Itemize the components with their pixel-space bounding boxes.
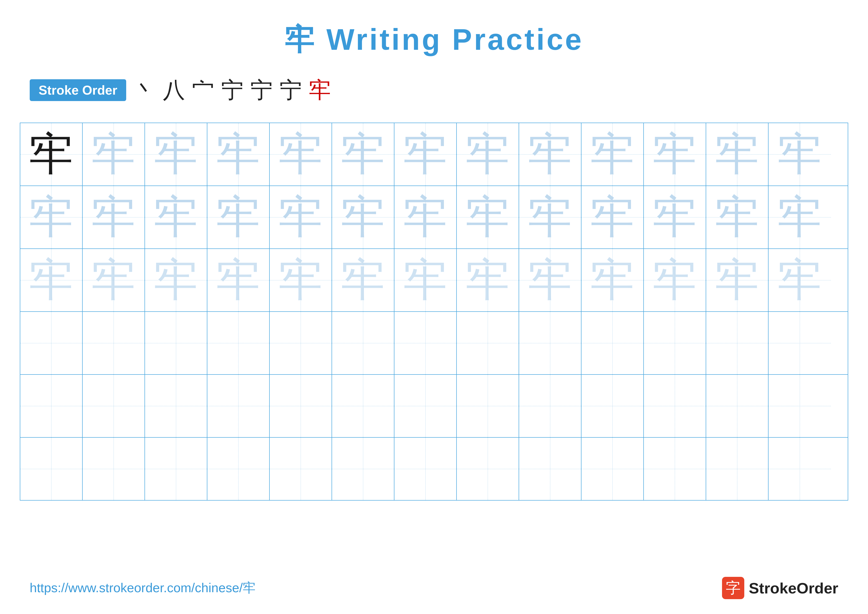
cell-5-8[interactable] (457, 375, 519, 437)
cell-5-10[interactable] (581, 375, 644, 437)
cell-5-7[interactable] (394, 375, 457, 437)
cell-5-5[interactable] (270, 375, 332, 437)
cell-1-12[interactable]: 牢 (706, 123, 769, 185)
cell-3-5[interactable]: 牢 (270, 249, 332, 311)
cell-3-11[interactable]: 牢 (644, 249, 706, 311)
cell-1-1[interactable]: 牢 (20, 123, 83, 185)
grid-row-2: 牢 牢 牢 牢 牢 牢 牢 牢 牢 牢 牢 牢 牢 (20, 186, 848, 249)
practice-grid: 牢 牢 牢 牢 牢 牢 牢 牢 牢 牢 牢 牢 牢 牢 牢 牢 牢 牢 牢 牢 … (20, 123, 848, 501)
cell-4-10[interactable] (581, 312, 644, 374)
cell-2-2[interactable]: 牢 (83, 186, 145, 249)
cell-4-5[interactable] (270, 312, 332, 374)
cell-6-1[interactable] (20, 438, 83, 500)
cell-1-10[interactable]: 牢 (581, 123, 644, 185)
cell-2-8[interactable]: 牢 (457, 186, 519, 249)
cell-1-9[interactable]: 牢 (519, 123, 581, 185)
title-character: 牢 (285, 23, 316, 56)
cell-1-6[interactable]: 牢 (332, 123, 394, 185)
logo-text: StrokeOrder (749, 579, 838, 597)
cell-3-3[interactable]: 牢 (145, 249, 207, 311)
cell-2-13[interactable]: 牢 (769, 186, 831, 249)
cell-2-7[interactable]: 牢 (394, 186, 457, 249)
cell-1-8[interactable]: 牢 (457, 123, 519, 185)
cell-5-12[interactable] (706, 375, 769, 437)
cell-3-8[interactable]: 牢 (457, 249, 519, 311)
stroke-order-section: Stroke Order 丶 八 宀 宁 宁 宁 牢 (0, 60, 868, 115)
cell-6-5[interactable] (270, 438, 332, 500)
cell-5-4[interactable] (207, 375, 270, 437)
cell-4-12[interactable] (706, 312, 769, 374)
cell-3-1[interactable]: 牢 (20, 249, 83, 311)
cell-4-2[interactable] (83, 312, 145, 374)
stroke-4: 宁 (221, 75, 243, 105)
cell-3-7[interactable]: 牢 (394, 249, 457, 311)
cell-4-7[interactable] (394, 312, 457, 374)
cell-2-11[interactable]: 牢 (644, 186, 706, 249)
cell-3-13[interactable]: 牢 (769, 249, 831, 311)
cell-2-4[interactable]: 牢 (207, 186, 270, 249)
cell-6-3[interactable] (145, 438, 207, 500)
stroke-5: 宁 (250, 75, 273, 105)
cell-6-6[interactable] (332, 438, 394, 500)
cell-3-12[interactable]: 牢 (706, 249, 769, 311)
stroke-sequence: 丶 八 宀 宁 宁 宁 牢 (133, 75, 331, 105)
cell-2-1[interactable]: 牢 (20, 186, 83, 249)
cell-2-10[interactable]: 牢 (581, 186, 644, 249)
cell-5-6[interactable] (332, 375, 394, 437)
cell-3-4[interactable]: 牢 (207, 249, 270, 311)
cell-2-6[interactable]: 牢 (332, 186, 394, 249)
cell-6-7[interactable] (394, 438, 457, 500)
cell-5-11[interactable] (644, 375, 706, 437)
cell-6-13[interactable] (769, 438, 831, 500)
cell-1-11[interactable]: 牢 (644, 123, 706, 185)
cell-4-11[interactable] (644, 312, 706, 374)
cell-3-6[interactable]: 牢 (332, 249, 394, 311)
cell-5-3[interactable] (145, 375, 207, 437)
cell-1-5[interactable]: 牢 (270, 123, 332, 185)
cell-1-7[interactable]: 牢 (394, 123, 457, 185)
cell-5-13[interactable] (769, 375, 831, 437)
cell-1-2[interactable]: 牢 (83, 123, 145, 185)
cell-2-9[interactable]: 牢 (519, 186, 581, 249)
title-label: Writing Practice (326, 23, 583, 56)
grid-row-5 (20, 375, 848, 438)
footer: https://www.strokeorder.com/chinese/牢 字 … (30, 577, 838, 599)
cell-4-8[interactable] (457, 312, 519, 374)
grid-row-1: 牢 牢 牢 牢 牢 牢 牢 牢 牢 牢 牢 牢 牢 (20, 123, 848, 186)
cell-3-2[interactable]: 牢 (83, 249, 145, 311)
cell-3-10[interactable]: 牢 (581, 249, 644, 311)
cell-4-6[interactable] (332, 312, 394, 374)
page-title: 牢 Writing Practice (0, 0, 868, 60)
stroke-1: 丶 (133, 75, 156, 105)
cell-1-3[interactable]: 牢 (145, 123, 207, 185)
cell-5-2[interactable] (83, 375, 145, 437)
cell-3-9[interactable]: 牢 (519, 249, 581, 311)
cell-2-3[interactable]: 牢 (145, 186, 207, 249)
cell-4-4[interactable] (207, 312, 270, 374)
stroke-3: 宀 (192, 75, 214, 105)
cell-6-11[interactable] (644, 438, 706, 500)
cell-1-4[interactable]: 牢 (207, 123, 270, 185)
cell-6-12[interactable] (706, 438, 769, 500)
footer-url[interactable]: https://www.strokeorder.com/chinese/牢 (30, 579, 256, 597)
cell-6-4[interactable] (207, 438, 270, 500)
cell-6-9[interactable] (519, 438, 581, 500)
char-dark: 牢 (29, 132, 73, 177)
logo-icon: 字 (722, 577, 744, 599)
cell-4-9[interactable] (519, 312, 581, 374)
cell-6-10[interactable] (581, 438, 644, 500)
cell-5-1[interactable] (20, 375, 83, 437)
cell-6-2[interactable] (83, 438, 145, 500)
cell-1-13[interactable]: 牢 (769, 123, 831, 185)
cell-2-5[interactable]: 牢 (270, 186, 332, 249)
cell-6-8[interactable] (457, 438, 519, 500)
footer-logo: 字 StrokeOrder (722, 577, 838, 599)
stroke-2: 八 (163, 75, 185, 105)
stroke-6: 宁 (280, 75, 302, 105)
cell-2-12[interactable]: 牢 (706, 186, 769, 249)
cell-4-1[interactable] (20, 312, 83, 374)
cell-4-13[interactable] (769, 312, 831, 374)
cell-5-9[interactable] (519, 375, 581, 437)
grid-row-4 (20, 312, 848, 375)
cell-4-3[interactable] (145, 312, 207, 374)
